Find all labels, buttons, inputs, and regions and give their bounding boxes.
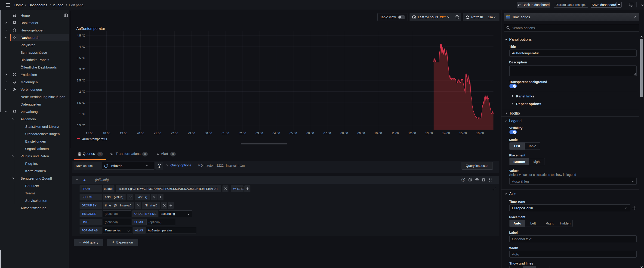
svg-text:19:00: 19:00 — [120, 131, 128, 135]
svg-text:06:00: 06:00 — [306, 131, 314, 135]
svg-text:12:00: 12:00 — [408, 131, 416, 135]
svg-text:02:00: 02:00 — [239, 131, 246, 135]
svg-text:10:00: 10:00 — [374, 131, 382, 135]
svg-text:2 °C: 2 °C — [79, 90, 85, 93]
svg-text:?: ? — [159, 165, 160, 167]
svg-text:14:00: 14:00 — [442, 131, 450, 135]
svg-text:4 °C: 4 °C — [79, 45, 85, 48]
svg-text:07:00: 07:00 — [324, 131, 331, 135]
svg-text:03:00: 03:00 — [256, 131, 263, 135]
svg-text:22:00: 22:00 — [171, 131, 178, 135]
svg-text:3 °C: 3 °C — [79, 67, 85, 71]
svg-text:08:00: 08:00 — [340, 131, 348, 135]
svg-text:0.5 °C: 0.5 °C — [77, 124, 85, 127]
svg-text:4.5 °C: 4.5 °C — [77, 34, 85, 37]
svg-text:20:00: 20:00 — [137, 131, 144, 135]
svg-text:1.5 °C: 1.5 °C — [77, 101, 85, 105]
svg-text:11:00: 11:00 — [392, 131, 399, 135]
svg-text:3.5 °C: 3.5 °C — [77, 56, 85, 60]
svg-text:15:00: 15:00 — [459, 131, 467, 135]
svg-text:18:00: 18:00 — [103, 131, 110, 135]
svg-text:04:00: 04:00 — [272, 131, 280, 135]
svg-text:23:00: 23:00 — [188, 131, 195, 135]
svg-text:01:00: 01:00 — [222, 131, 229, 135]
svg-text:?: ? — [462, 178, 464, 181]
svg-text:21:00: 21:00 — [154, 131, 161, 135]
svg-text:Außentemperatur: Außentemperatur — [76, 27, 105, 31]
svg-text:2.5 °C: 2.5 °C — [77, 79, 85, 82]
svg-text:16:00: 16:00 — [476, 131, 484, 135]
svg-text:17:00: 17:00 — [86, 131, 94, 135]
svg-text:09:00: 09:00 — [358, 131, 365, 135]
svg-text:00:00: 00:00 — [205, 131, 212, 135]
svg-text:05:00: 05:00 — [290, 131, 297, 135]
svg-text:13:00: 13:00 — [425, 131, 433, 135]
svg-text:1 °C: 1 °C — [79, 112, 85, 116]
